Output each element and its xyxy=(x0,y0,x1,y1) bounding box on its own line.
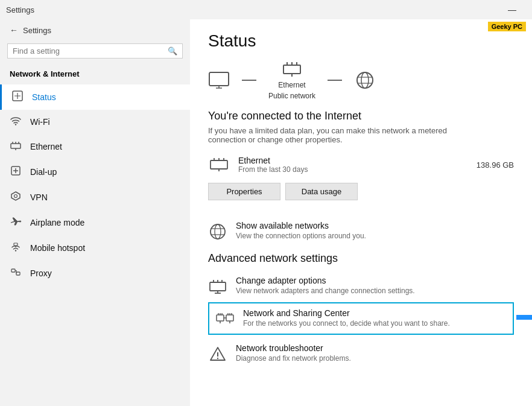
troubleshooter-icon xyxy=(208,344,227,364)
globe-icon xyxy=(354,71,376,89)
change-adapter-title: Change adapter options xyxy=(236,276,415,285)
svg-point-10 xyxy=(14,195,17,198)
show-networks-text: Show available networks View the connect… xyxy=(236,221,366,240)
ethernet-icon xyxy=(10,140,22,153)
sidebar-item-vpn[interactable]: VPN xyxy=(0,185,190,210)
search-box[interactable]: 🔍 xyxy=(7,43,183,59)
airplane-icon xyxy=(10,216,22,229)
ethernet-info-row: Ethernet From the last 30 days 138.96 GB xyxy=(208,154,514,176)
page-title: Status xyxy=(208,31,514,51)
monitor-icon xyxy=(208,71,230,89)
svg-point-57 xyxy=(217,358,218,359)
show-networks-title: Show available networks xyxy=(236,221,366,230)
svg-rect-13 xyxy=(11,269,15,272)
troubleshooter-text: Network troubleshooter Diagnose and fix … xyxy=(236,343,351,363)
svg-rect-37 xyxy=(210,282,226,291)
svg-rect-43 xyxy=(217,315,224,321)
svg-point-24 xyxy=(357,72,373,88)
back-arrow-icon: ← xyxy=(10,25,18,35)
change-adapter-text: Change adapter options View network adap… xyxy=(236,276,415,295)
sidebar-section-title: Network & Internet xyxy=(0,66,190,84)
hotspot-icon xyxy=(10,241,22,255)
back-button[interactable]: ← Settings xyxy=(0,19,190,41)
sharing-center-text: Network and Sharing Center For the netwo… xyxy=(243,308,450,328)
svg-point-25 xyxy=(361,72,369,88)
data-usage-button[interactable]: Data usage xyxy=(285,183,358,200)
sidebar-item-ethernet[interactable]: Ethernet xyxy=(0,134,190,159)
connector-line-1 xyxy=(242,80,256,81)
sidebar-item-wifi[interactable]: Wi-Fi xyxy=(0,110,190,134)
troubleshooter-item[interactable]: Network troubleshooter Diagnose and fix … xyxy=(208,337,514,370)
dialup-icon xyxy=(10,165,22,179)
ethernet-network-icon xyxy=(281,60,303,77)
hotspot-label: Mobile hotspot xyxy=(30,243,85,253)
monitor-icon-item xyxy=(208,71,230,89)
svg-point-34 xyxy=(215,224,221,239)
proxy-label: Proxy xyxy=(30,268,52,278)
svg-rect-19 xyxy=(283,65,300,74)
change-adapter-icon xyxy=(208,277,227,296)
title-bar-left: Settings xyxy=(6,5,34,14)
sharing-center-title: Network and Sharing Center xyxy=(243,308,450,318)
show-networks-icon xyxy=(208,222,227,241)
back-label: Settings xyxy=(23,26,51,35)
sidebar-item-dialup[interactable]: Dial-up xyxy=(0,159,190,185)
ethernet-usage: 138.96 GB xyxy=(477,160,514,170)
public-network-label: Public network xyxy=(268,92,315,100)
wifi-icon xyxy=(10,116,22,128)
show-networks-item[interactable]: Show available networks View the connect… xyxy=(208,215,514,247)
sharing-center-item[interactable]: Network and Sharing Center For the netwo… xyxy=(208,302,514,335)
svg-rect-15 xyxy=(209,72,229,86)
app-body: ← Settings 🔍 Network & Internet Status xyxy=(0,19,532,406)
sidebar-item-hotspot[interactable]: Mobile hotspot xyxy=(0,235,190,261)
minimize-button[interactable]: — xyxy=(498,0,526,19)
svg-point-11 xyxy=(15,250,16,251)
change-adapter-item[interactable]: Change adapter options View network adap… xyxy=(208,270,514,302)
ethernet-info-text: Ethernet From the last 30 days xyxy=(238,156,468,174)
svg-rect-2 xyxy=(11,144,21,148)
properties-button[interactable]: Properties xyxy=(208,183,280,200)
sidebar-item-airplane[interactable]: Airplane mode xyxy=(0,210,190,235)
svg-rect-12 xyxy=(14,243,17,246)
title-bar-title: Settings xyxy=(6,5,34,14)
adv-heading: Advanced network settings xyxy=(208,252,514,265)
ethernet-network-label: Ethernet xyxy=(278,81,305,89)
ethernet-info-icon xyxy=(208,154,230,176)
sidebar-item-proxy[interactable]: Proxy xyxy=(0,261,190,286)
wifi-label: Wi-Fi xyxy=(30,117,50,127)
ethernet-icon-item: Ethernet Public network xyxy=(268,60,315,100)
status-label: Status xyxy=(32,92,56,102)
svg-rect-14 xyxy=(16,272,20,275)
svg-rect-48 xyxy=(226,315,233,321)
btn-row: Properties Data usage xyxy=(208,183,514,200)
vpn-label: VPN xyxy=(30,192,48,202)
svg-point-33 xyxy=(211,224,225,239)
connected-heading: You're connected to the Internet xyxy=(208,110,514,122)
vpn-icon xyxy=(10,191,22,204)
globe-icon-item xyxy=(354,71,376,89)
proxy-icon xyxy=(10,267,22,280)
connector-line-2 xyxy=(328,80,342,81)
sharing-center-sub: For the networks you connect to, decide … xyxy=(243,319,450,328)
network-icons-row: Ethernet Public network xyxy=(208,60,514,100)
search-input[interactable] xyxy=(13,46,168,56)
svg-rect-28 xyxy=(211,160,227,169)
sharing-center-icon xyxy=(215,309,235,329)
svg-marker-54 xyxy=(516,308,532,327)
content-area: Geeky PC Status xyxy=(190,19,532,406)
sidebar: ← Settings 🔍 Network & Internet Status xyxy=(0,19,190,406)
troubleshooter-sub: Diagnose and fix network problems. xyxy=(236,354,351,363)
change-adapter-sub: View network adapters and change connect… xyxy=(236,287,415,295)
status-icon xyxy=(11,90,24,104)
troubleshooter-title: Network troubleshooter xyxy=(236,343,351,353)
connected-subtext: If you have a limited data plan, you can… xyxy=(208,126,461,144)
geeky-badge: Geeky PC xyxy=(488,22,526,31)
sharing-center-container: Network and Sharing Center For the netwo… xyxy=(208,302,514,335)
show-networks-sub: View the connection options around you. xyxy=(236,232,366,240)
svg-point-1 xyxy=(15,124,16,125)
dialup-label: Dial-up xyxy=(30,167,57,177)
airplane-label: Airplane mode xyxy=(30,218,84,227)
arrow-annotation xyxy=(516,305,532,332)
sidebar-item-status[interactable]: Status xyxy=(0,84,190,110)
ethernet-label: Ethernet xyxy=(30,142,62,151)
